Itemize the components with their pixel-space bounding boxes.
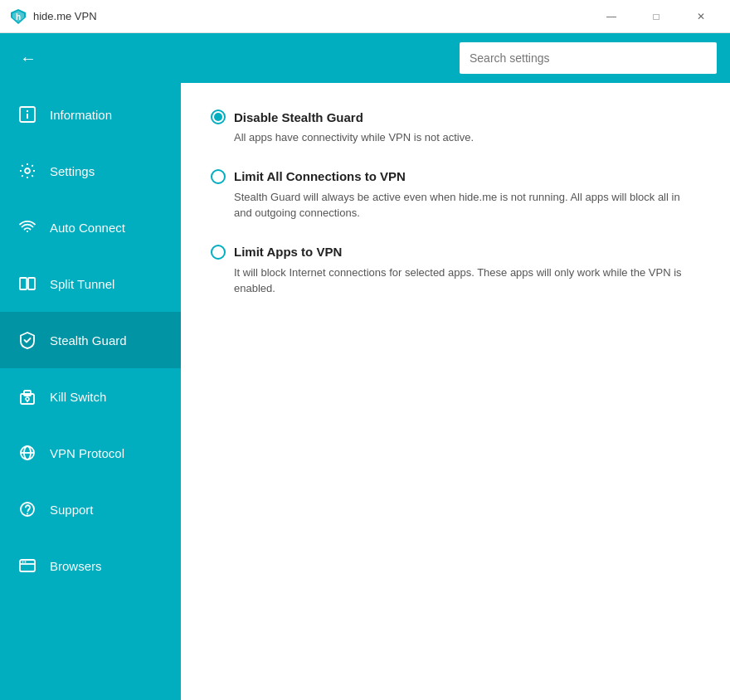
app-title: hide.me VPN xyxy=(33,10,592,22)
support-icon xyxy=(17,498,38,520)
main-layout: Information Settings Auto Connect Split … xyxy=(0,83,730,700)
svg-point-5 xyxy=(27,110,28,112)
radio-option-disable[interactable]: Disable Stealth GuardAll apps have conne… xyxy=(211,109,700,146)
radio-input-disable[interactable] xyxy=(211,109,226,124)
radio-header-limit-all: Limit All Connections to VPN xyxy=(211,169,700,184)
sidebar-item-label: Split Tunnel xyxy=(50,277,114,291)
radio-header-limit-apps: Limit Apps to VPN xyxy=(211,245,700,260)
sidebar-item-support[interactable]: Support xyxy=(0,481,181,537)
radio-desc-limit-all: Stealth Guard will always be active even… xyxy=(211,189,700,221)
search-input[interactable] xyxy=(460,42,717,74)
svg-rect-7 xyxy=(20,278,27,289)
sidebar-item-information[interactable]: Information xyxy=(0,86,181,143)
radio-label-limit-all: Limit All Connections to VPN xyxy=(234,169,406,183)
svg-rect-10 xyxy=(24,391,31,396)
header: ← xyxy=(0,33,730,83)
protocol-icon xyxy=(17,442,38,464)
gear-icon xyxy=(17,160,38,182)
split-icon xyxy=(17,273,38,294)
shield-icon xyxy=(17,329,38,351)
sidebar-item-label: Information xyxy=(50,108,112,122)
sidebar-item-kill-switch[interactable]: Kill Switch xyxy=(0,368,181,425)
radio-option-limit-apps[interactable]: Limit Apps to VPNIt will block Internet … xyxy=(211,245,700,297)
radio-input-limit-apps[interactable] xyxy=(211,245,226,260)
app-icon: h xyxy=(10,8,27,25)
sidebar-item-vpn-protocol[interactable]: VPN Protocol xyxy=(0,425,181,481)
back-button[interactable]: ← xyxy=(13,43,43,73)
stealth-guard-options: Disable Stealth GuardAll apps have conne… xyxy=(211,109,700,297)
svg-point-17 xyxy=(27,513,28,515)
radio-label-limit-apps: Limit Apps to VPN xyxy=(234,245,342,259)
sidebar-item-stealth-guard[interactable]: Stealth Guard xyxy=(0,312,181,368)
sidebar-item-label: Browsers xyxy=(50,559,102,573)
wifi-icon xyxy=(17,216,38,238)
sidebar-item-label: Stealth Guard xyxy=(50,333,127,348)
radio-desc-limit-apps: It will block Internet connections for s… xyxy=(211,265,700,297)
radio-label-disable: Disable Stealth Guard xyxy=(234,110,363,124)
radio-header-disable: Disable Stealth Guard xyxy=(211,109,700,124)
svg-point-11 xyxy=(26,397,29,401)
info-icon xyxy=(17,104,38,125)
svg-point-20 xyxy=(22,561,24,563)
sidebar-item-label: Settings xyxy=(50,164,95,178)
sidebar-item-label: Auto Connect xyxy=(50,221,125,235)
close-button[interactable]: ✕ xyxy=(682,4,720,29)
sidebar: Information Settings Auto Connect Split … xyxy=(0,83,181,700)
kill-icon xyxy=(17,386,38,407)
radio-desc-disable: All apps have connectivity while VPN is … xyxy=(211,129,700,146)
sidebar-item-label: Support xyxy=(50,503,94,517)
svg-point-6 xyxy=(25,168,30,173)
sidebar-item-browsers[interactable]: Browsers xyxy=(0,537,181,594)
sidebar-item-auto-connect[interactable]: Auto Connect xyxy=(0,199,181,255)
radio-input-limit-all[interactable] xyxy=(211,169,226,184)
sidebar-item-label: VPN Protocol xyxy=(50,446,124,460)
sidebar-item-split-tunnel[interactable]: Split Tunnel xyxy=(0,255,181,312)
sidebar-item-label: Kill Switch xyxy=(50,390,106,404)
svg-text:h: h xyxy=(16,12,21,22)
window-controls: — □ ✕ xyxy=(592,4,720,29)
content-area: Disable Stealth GuardAll apps have conne… xyxy=(181,83,730,700)
titlebar: h hide.me VPN — □ ✕ xyxy=(0,0,730,33)
svg-point-21 xyxy=(25,561,27,563)
radio-option-limit-all[interactable]: Limit All Connections to VPNStealth Guar… xyxy=(211,169,700,221)
minimize-button[interactable]: — xyxy=(592,4,630,29)
browser-icon xyxy=(17,555,38,576)
maximize-button[interactable]: □ xyxy=(637,4,675,29)
sidebar-item-settings[interactable]: Settings xyxy=(0,143,181,199)
svg-rect-8 xyxy=(28,278,35,289)
